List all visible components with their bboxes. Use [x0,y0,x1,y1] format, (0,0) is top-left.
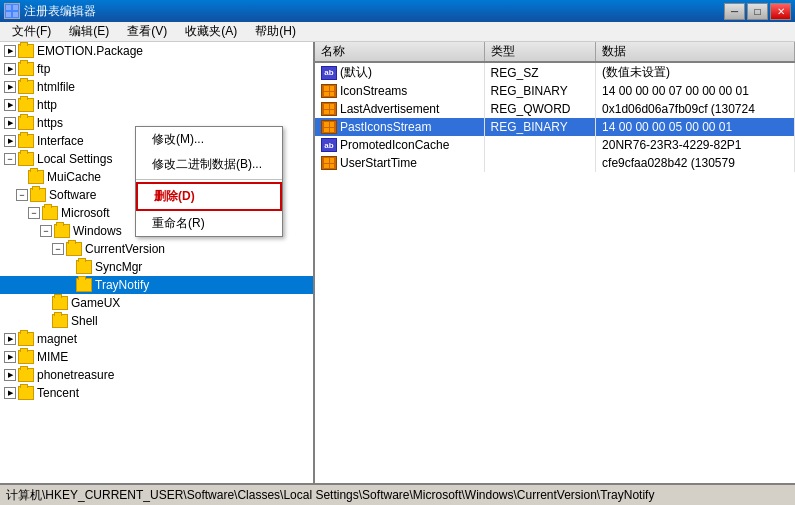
menu-view[interactable]: 查看(V) [119,21,175,42]
table-row[interactable]: UserStartTimecfe9cfaa028b42 (130579 [315,154,795,172]
tree-label-interface: Interface [37,134,84,148]
tree-label-http: http [37,98,57,112]
tree-label-magnet: magnet [37,332,77,346]
tree-label-gameux: GameUX [71,296,120,310]
cell-name-4: abPromotedIconCache [315,136,484,154]
tree-label-phonetreasure: phonetreasure [37,368,114,382]
tree-label-syncmgr: SyncMgr [95,260,142,274]
cell-type-3: REG_BINARY [484,118,596,136]
tree-item-gameux[interactable]: GameUX [0,294,313,312]
icon-grid [321,84,337,98]
col-name: 名称 [315,42,484,62]
cell-name-text-5: UserStartTime [340,156,417,170]
tree-item-traynotify[interactable]: TrayNotify [0,276,313,294]
registry-table: 名称 类型 数据 ab(默认)REG_SZ(数值未设置)IconStreamsR… [315,42,795,483]
tree-expand-currentversion[interactable]: − [52,243,64,255]
tree-expand-software[interactable]: − [16,189,28,201]
svg-rect-1 [13,5,18,10]
tree-label-muicache: MuiCache [47,170,101,184]
cell-name-text-4: PromotedIconCache [340,138,449,152]
tree-expand-microsoft[interactable]: − [28,207,40,219]
tree-label-software: Software [49,188,96,202]
tree-item-phonetreasure[interactable]: ▶phonetreasure [0,366,313,384]
main-content: ▶EMOTION.Package▶ftp▶htmlfile▶http▶https… [0,42,795,483]
tree-expand-windows[interactable]: − [40,225,52,237]
cell-name-0: ab(默认) [315,62,484,82]
tree-expand-http[interactable]: ▶ [4,99,16,111]
cell-name-text-2: LastAdvertisement [340,102,439,116]
tree-label-windows: Windows [73,224,122,238]
menu-file[interactable]: 文件(F) [4,21,59,42]
folder-icon-mime [18,350,34,364]
table-row[interactable]: ab(默认)REG_SZ(数值未设置) [315,62,795,82]
right-panel: 名称 类型 数据 ab(默认)REG_SZ(数值未设置)IconStreamsR… [315,42,795,483]
tree-item-emotion[interactable]: ▶EMOTION.Package [0,42,313,60]
cell-data-4: 20NR76-23R3-4229-82P1 [596,136,795,154]
cell-name-text-0: (默认) [340,64,372,81]
icon-ab: ab [321,138,337,152]
svg-rect-0 [6,5,11,10]
menu-edit[interactable]: 编辑(E) [61,21,117,42]
tree-expand-mime[interactable]: ▶ [4,351,16,363]
folder-icon-https [18,116,34,130]
tree-scroll[interactable]: ▶EMOTION.Package▶ftp▶htmlfile▶http▶https… [0,42,313,483]
tree-item-mime[interactable]: ▶MIME [0,348,313,366]
tree-item-currentversion[interactable]: −CurrentVersion [0,240,313,258]
folder-icon-magnet [18,332,34,346]
folder-icon-ftp [18,62,34,76]
tree-item-htmlfile[interactable]: ▶htmlfile [0,78,313,96]
minimize-button[interactable]: ─ [724,3,745,20]
cell-name-5: UserStartTime [315,154,484,172]
window-title: 注册表编辑器 [24,3,720,20]
tree-expand-ftp[interactable]: ▶ [4,63,16,75]
tree-expand-interface[interactable]: ▶ [4,135,16,147]
cell-data-3: 14 00 00 00 05 00 00 01 [596,118,795,136]
tree-expand-phonetreasure[interactable]: ▶ [4,369,16,381]
maximize-button[interactable]: □ [747,3,768,20]
folder-icon-phonetreasure [18,368,34,382]
tree-expand-htmlfile[interactable]: ▶ [4,81,16,93]
folder-icon-gameux [52,296,68,310]
table-row[interactable]: abPromotedIconCache20NR76-23R3-4229-82P1 [315,136,795,154]
folder-icon-localsettings [18,152,34,166]
folder-icon-emotion [18,44,34,58]
folder-icon-traynotify [76,278,92,292]
folder-icon-currentversion [66,242,82,256]
folder-icon-http [18,98,34,112]
tree-label-tencent: Tencent [37,386,79,400]
tree-label-htmlfile: htmlfile [37,80,75,94]
icon-grid [321,156,337,170]
tree-expand-emotion[interactable]: ▶ [4,45,16,57]
close-button[interactable]: ✕ [770,3,791,20]
folder-icon-muicache [28,170,44,184]
window-controls[interactable]: ─ □ ✕ [724,3,791,20]
tree-item-http[interactable]: ▶http [0,96,313,114]
table-row[interactable]: IconStreamsREG_BINARY14 00 00 00 07 00 0… [315,82,795,100]
tree-item-tencent[interactable]: ▶Tencent [0,384,313,402]
tree-expand-tencent[interactable]: ▶ [4,387,16,399]
table-header: 名称 类型 数据 [315,42,795,62]
tree-item-shell[interactable]: Shell [0,312,313,330]
folder-icon-windows [54,224,70,238]
tree-item-ftp[interactable]: ▶ftp [0,60,313,78]
title-bar: 注册表编辑器 ─ □ ✕ [0,0,795,22]
folder-icon-microsoft [42,206,58,220]
table-row[interactable]: PastIconsStreamREG_BINARY14 00 00 00 05 … [315,118,795,136]
tree-label-mime: MIME [37,350,68,364]
cell-name-text-3: PastIconsStream [340,120,431,134]
tree-item-magnet[interactable]: ▶magnet [0,330,313,348]
table-body: ab(默认)REG_SZ(数值未设置)IconStreamsREG_BINARY… [315,62,795,172]
tree-expand-localsettings[interactable]: − [4,153,16,165]
tree-label-shell: Shell [71,314,98,328]
tree-expand-https[interactable]: ▶ [4,117,16,129]
icon-grid [321,120,337,134]
cell-name-3: PastIconsStream [315,118,484,136]
folder-icon-syncmgr [76,260,92,274]
table-row[interactable]: LastAdvertisementREG_QWORD0x1d06d06a7fb0… [315,100,795,118]
folder-icon-software [30,188,46,202]
tree-item-syncmgr[interactable]: SyncMgr [0,258,313,276]
menu-help[interactable]: 帮助(H) [247,21,304,42]
cell-type-4 [484,136,596,154]
menu-favorites[interactable]: 收藏夹(A) [177,21,245,42]
tree-expand-magnet[interactable]: ▶ [4,333,16,345]
